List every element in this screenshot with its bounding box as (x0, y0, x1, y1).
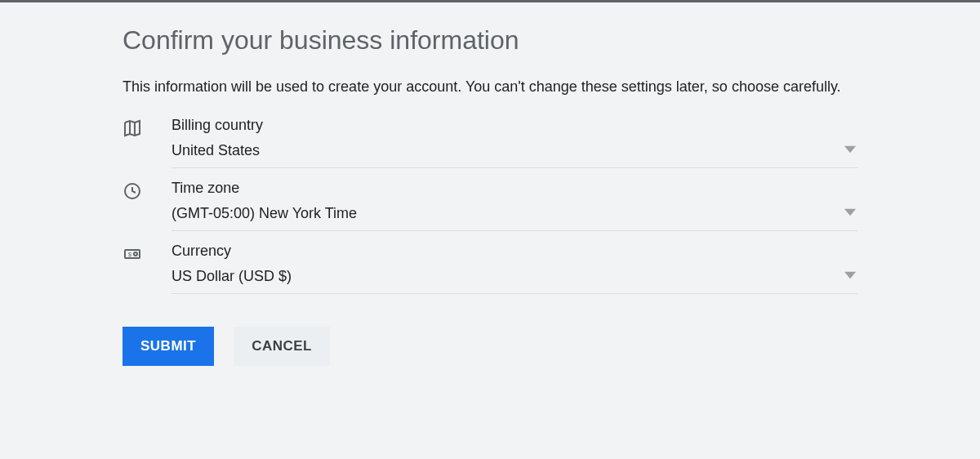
currency-select[interactable]: US Dollar (USD $) (172, 265, 858, 294)
svg-marker-4 (844, 209, 856, 216)
page-title: Confirm your business information (122, 25, 858, 56)
time-zone-label: Time zone (172, 180, 858, 197)
svg-marker-2 (844, 146, 856, 153)
chevron-down-icon (844, 268, 856, 285)
field-currency: $ Currency US Dollar (USD $) (122, 243, 858, 294)
time-zone-value: (GMT-05:00) New York Time (172, 205, 357, 222)
currency-label: Currency (172, 243, 858, 260)
time-zone-select[interactable]: (GMT-05:00) New York Time (172, 202, 858, 231)
svg-point-7 (134, 252, 137, 256)
currency-value: US Dollar (USD $) (172, 268, 292, 285)
cancel-button[interactable]: CANCEL (234, 327, 330, 366)
svg-text:$: $ (128, 252, 131, 257)
billing-country-value: United States (172, 142, 260, 159)
page-subtitle: This information will be used to create … (122, 78, 858, 96)
billing-country-select[interactable]: United States (172, 139, 858, 168)
field-time-zone: Time zone (GMT-05:00) New York Time (122, 180, 858, 231)
clock-icon (122, 180, 172, 201)
chevron-down-icon (844, 205, 856, 222)
billing-country-label: Billing country (172, 117, 858, 134)
field-billing-country: Billing country United States (122, 117, 858, 168)
svg-marker-8 (844, 272, 856, 279)
map-icon (122, 117, 172, 138)
form-container: Confirm your business information This i… (0, 2, 980, 366)
actions: SUBMIT CANCEL (122, 327, 858, 366)
chevron-down-icon (844, 142, 856, 159)
submit-button[interactable]: SUBMIT (122, 327, 214, 366)
currency-icon: $ (122, 243, 172, 264)
